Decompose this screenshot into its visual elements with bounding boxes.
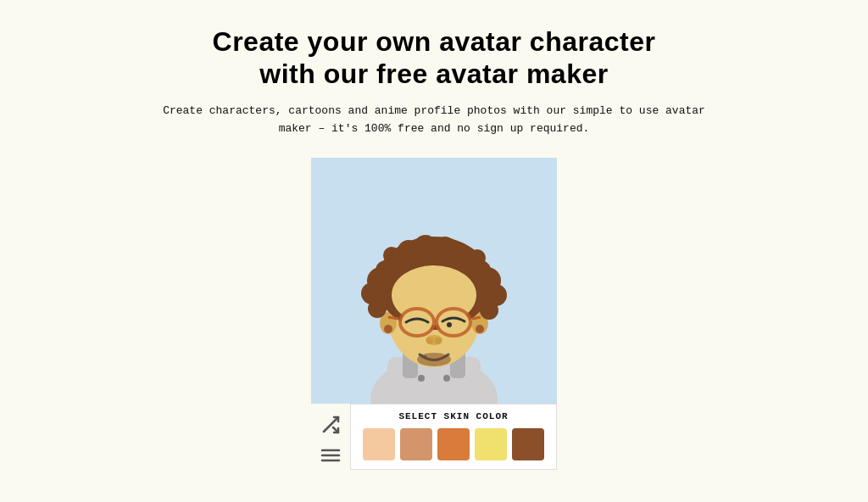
svg-point-41 <box>435 337 442 344</box>
svg-point-6 <box>418 375 425 382</box>
avatar-area: SELECT SKIN COLOR <box>311 158 557 477</box>
avatar-canvas <box>311 158 557 404</box>
swatch-light-peach[interactable] <box>363 428 395 460</box>
swatch-yellow[interactable] <box>475 428 507 460</box>
title-line1: Create your own avatar character <box>213 26 656 57</box>
svg-point-22 <box>414 235 437 259</box>
svg-point-16 <box>368 299 387 318</box>
skin-selector-label: SELECT SKIN COLOR <box>361 411 546 421</box>
svg-point-40 <box>426 337 433 344</box>
svg-point-7 <box>443 375 450 382</box>
icon-buttons <box>311 404 350 477</box>
swatch-medium-tan[interactable] <box>400 428 432 460</box>
swatch-warm-orange[interactable] <box>437 428 470 460</box>
title-line2: with our free avatar maker <box>259 59 608 89</box>
page-title: Create your own avatar character with ou… <box>213 25 656 91</box>
page-subtitle: Create characters, cartoons and anime pr… <box>146 103 722 138</box>
skin-swatches <box>361 428 546 460</box>
svg-point-12 <box>476 325 484 333</box>
avatar-svg <box>311 158 557 404</box>
swatch-dark-brown[interactable] <box>512 428 544 460</box>
menu-button[interactable] <box>318 443 343 468</box>
svg-line-36 <box>472 317 481 319</box>
svg-point-28 <box>383 247 400 264</box>
controls-row: SELECT SKIN COLOR <box>311 404 557 477</box>
svg-point-11 <box>384 325 392 333</box>
svg-point-38 <box>447 322 452 327</box>
svg-line-37 <box>388 317 398 319</box>
svg-point-42 <box>417 353 451 366</box>
svg-point-29 <box>469 249 486 266</box>
shuffle-button[interactable] <box>318 412 343 438</box>
svg-point-19 <box>480 301 498 320</box>
skin-selector: SELECT SKIN COLOR <box>350 404 557 470</box>
